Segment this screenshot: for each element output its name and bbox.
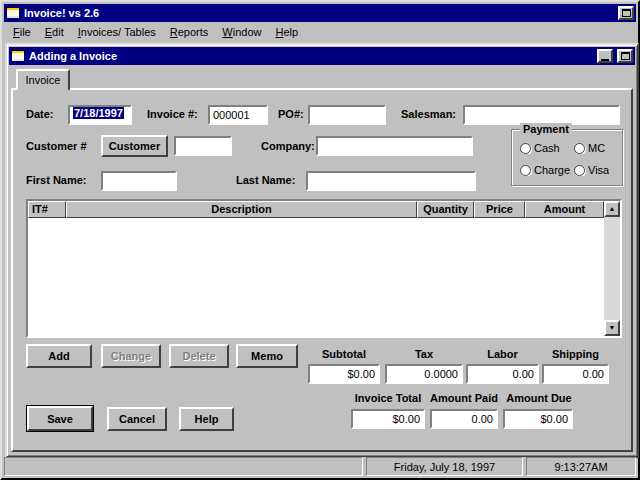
dialog-title: Adding a Invoice	[29, 50, 593, 62]
invoice-total-label: Invoice Total	[349, 392, 427, 404]
tab-label: Invoice	[26, 74, 61, 86]
statusbar-time: 9:13:27AM	[526, 457, 636, 476]
maximize-button[interactable]	[618, 6, 634, 20]
invoice-number-field[interactable]	[208, 105, 268, 125]
app-window: Invoice! vs 2.6 File Edit Invoices/ Tabl…	[0, 0, 640, 480]
help-button[interactable]: Help	[179, 407, 234, 431]
first-name-label: First Name:	[26, 174, 87, 186]
menu-file[interactable]: File	[6, 24, 38, 40]
save-button[interactable]: Save	[27, 406, 93, 431]
dialog-minimize-button[interactable]	[597, 49, 613, 63]
radio-circle-icon	[520, 165, 531, 176]
radio-cash[interactable]: Cash	[520, 142, 568, 154]
main-titlebar: Invoice! vs 2.6	[4, 4, 636, 22]
radio-charge[interactable]: Charge	[520, 164, 572, 176]
app-icon	[6, 7, 20, 19]
date-selected-text: 7/18/1997	[73, 107, 124, 119]
column-header-amount: Amount	[525, 201, 604, 218]
column-header-price: Price	[474, 201, 525, 218]
radio-charge-label: Charge	[534, 164, 570, 176]
salesman-label: Salesman:	[401, 108, 456, 120]
subtotal-label: Subtotal	[308, 348, 380, 360]
column-header-item: IT#	[28, 201, 66, 218]
last-name-label: Last Name:	[236, 174, 295, 186]
radio-mc[interactable]: MC	[574, 142, 622, 154]
salesman-field[interactable]	[463, 105, 620, 125]
dialog-titlebar: Adding a Invoice	[9, 47, 635, 65]
maximize-icon	[621, 52, 630, 60]
tab-invoice[interactable]: Invoice	[16, 69, 70, 90]
change-button[interactable]: Change	[101, 344, 161, 368]
invoice-total-field[interactable]	[351, 409, 425, 429]
subtotal-field[interactable]	[308, 364, 380, 384]
maximize-icon	[622, 9, 631, 17]
statusbar-date: Friday, July 18, 1997	[366, 457, 523, 476]
line-items-header: IT# Description Quantity Price Amount	[28, 201, 604, 218]
customer-number-label: Customer #	[26, 140, 87, 152]
payment-legend: Payment	[520, 123, 572, 135]
company-label: Company:	[261, 140, 315, 152]
radio-cash-label: Cash	[534, 142, 560, 154]
amount-due-label: Amount Due	[503, 392, 575, 404]
customer-button[interactable]: Customer	[101, 135, 168, 157]
amount-paid-field[interactable]	[430, 409, 498, 429]
amount-due-field[interactable]	[503, 409, 573, 429]
minimize-icon	[601, 59, 609, 61]
memo-button[interactable]: Memo	[236, 344, 298, 368]
table-scrollbar[interactable]: ▲ ▼	[604, 201, 620, 336]
invoice-number-label: Invoice #:	[147, 108, 198, 120]
cancel-button[interactable]: Cancel	[107, 407, 167, 431]
radio-visa-label: Visa	[588, 164, 609, 176]
first-name-field[interactable]	[101, 171, 177, 191]
mdi-client: Adding a Invoice Invoice Date: 7/18/1997…	[4, 41, 636, 457]
scroll-down-button[interactable]: ▼	[604, 320, 620, 336]
shipping-field[interactable]	[542, 364, 609, 384]
window-title: Invoice! vs 2.6	[24, 7, 614, 19]
line-items-table: IT# Description Quantity Price Amount ▲ …	[26, 199, 622, 338]
radio-circle-icon	[574, 165, 585, 176]
labor-field[interactable]	[466, 364, 539, 384]
menu-window[interactable]: Window	[215, 24, 268, 40]
tax-label: Tax	[385, 348, 463, 360]
invoice-dialog: Adding a Invoice Invoice Date: 7/18/1997…	[5, 43, 639, 458]
radio-mc-label: MC	[588, 142, 605, 154]
statusbar-message-panel	[4, 457, 363, 476]
amount-paid-label: Amount Paid	[428, 392, 500, 404]
invoice-form-panel: Date: 7/18/1997 Invoice #: PO#: Salesman…	[11, 88, 633, 452]
company-field[interactable]	[316, 136, 473, 156]
last-name-field[interactable]	[306, 171, 476, 191]
line-items-body[interactable]	[28, 218, 604, 336]
date-label: Date:	[26, 108, 54, 120]
dialog-icon	[11, 50, 25, 62]
po-field[interactable]	[308, 105, 386, 125]
shipping-label: Shipping	[542, 348, 609, 360]
menu-edit[interactable]: Edit	[38, 24, 71, 40]
customer-number-field[interactable]	[174, 136, 232, 156]
payment-groupbox: Payment Cash MC Charge Visa	[511, 129, 623, 186]
tax-field[interactable]	[385, 364, 463, 384]
menubar: File Edit Invoices/ Tables Reports Windo…	[4, 22, 636, 41]
dialog-maximize-button[interactable]	[617, 49, 633, 63]
line-items-grid: IT# Description Quantity Price Amount	[28, 201, 604, 336]
menu-invoices-tables[interactable]: Invoices/ Tables	[71, 24, 163, 40]
statusbar: Friday, July 18, 1997 9:13:27AM	[4, 457, 636, 476]
add-button[interactable]: Add	[26, 344, 92, 368]
radio-circle-icon	[520, 143, 531, 154]
labor-label: Labor	[466, 348, 539, 360]
menu-reports[interactable]: Reports	[163, 24, 216, 40]
delete-button[interactable]: Delete	[169, 344, 229, 368]
menu-help[interactable]: Help	[268, 24, 305, 40]
column-header-description: Description	[66, 201, 417, 218]
column-header-quantity: Quantity	[417, 201, 474, 218]
radio-circle-icon	[574, 143, 585, 154]
radio-visa[interactable]: Visa	[574, 164, 622, 176]
scroll-up-button[interactable]: ▲	[604, 201, 620, 217]
po-label: PO#:	[278, 108, 304, 120]
date-field[interactable]: 7/18/1997	[68, 105, 132, 125]
